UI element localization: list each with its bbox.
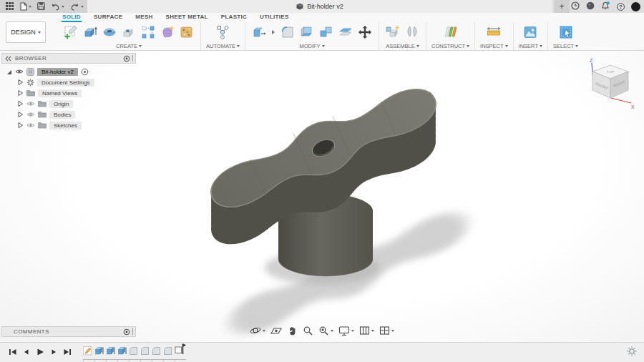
tree-item-origin[interactable]: Origin — [1, 99, 136, 109]
pan-button[interactable] — [287, 326, 298, 336]
user-avatar[interactable] — [631, 2, 640, 11]
comments-header[interactable]: COMMENTS — [1, 326, 136, 337]
new-tab-button[interactable]: + — [554, 0, 570, 13]
panel-resize-handle[interactable] — [132, 55, 133, 62]
group-label-automate[interactable]: AUTOMATE — [206, 43, 240, 49]
construct-plane-icon[interactable] — [442, 24, 459, 41]
document-tab[interactable]: Bit-holder v2 — [87, 0, 552, 13]
step-forward-button[interactable] — [49, 346, 58, 359]
feature-extrude[interactable] — [106, 346, 115, 358]
tree-item-bodies[interactable]: Bodies — [1, 109, 136, 119]
insert-canvas-icon[interactable] — [522, 24, 539, 41]
redo-button[interactable] — [70, 3, 84, 11]
play-button[interactable] — [36, 346, 44, 359]
workspace-selector[interactable]: DESIGN — [6, 21, 46, 43]
joint-icon[interactable] — [404, 24, 421, 41]
feature-extrude[interactable] — [117, 346, 127, 358]
new-component-icon[interactable] — [384, 24, 401, 41]
visibility-eye-icon[interactable] — [26, 101, 35, 107]
view-cube[interactable]: Z X TOP FRONT RIGHT — [584, 57, 637, 109]
notifications-bell-icon[interactable] — [601, 0, 610, 13]
tab-surface[interactable]: SURFACE — [93, 13, 123, 22]
create-sketch-icon[interactable] — [62, 24, 79, 41]
create-form-icon[interactable] — [159, 24, 176, 41]
group-label-assemble[interactable]: ASSEMBLE — [386, 43, 419, 49]
collapsed-arrow-icon[interactable] — [17, 100, 24, 107]
tree-label-bodies[interactable]: Bodies — [49, 111, 75, 119]
zoom-button[interactable] — [303, 326, 313, 336]
tree-label-origin[interactable]: Origin — [49, 100, 73, 108]
go-to-start-button[interactable] — [9, 346, 17, 359]
revolve-icon[interactable] — [101, 24, 118, 41]
fit-button[interactable] — [318, 326, 333, 336]
tab-solid[interactable]: SOLID — [62, 13, 82, 22]
tree-label-document-settings[interactable]: Document Settings — [37, 79, 94, 87]
move-copy-icon[interactable] — [356, 24, 374, 41]
feature-fillet[interactable] — [129, 346, 138, 358]
automate-icon[interactable] — [214, 24, 231, 41]
tree-label-document[interactable]: Bit-holder v2 — [37, 68, 78, 76]
visibility-eye-icon[interactable] — [26, 122, 35, 128]
group-label-create[interactable]: CREATE — [116, 43, 142, 49]
feature-sketch[interactable] — [83, 346, 92, 358]
combine-icon[interactable] — [318, 24, 335, 41]
file-menu-button[interactable] — [19, 2, 31, 11]
tree-label-sketches[interactable]: Sketches — [49, 122, 82, 129]
look-at-button[interactable] — [270, 326, 282, 336]
go-to-end-button[interactable] — [63, 346, 72, 359]
tree-item-sketches[interactable]: Sketches — [1, 120, 136, 130]
timeline-settings-gear-icon[interactable] — [627, 346, 637, 359]
collapsed-arrow-icon[interactable] — [17, 89, 24, 97]
job-status-icon[interactable] — [571, 0, 580, 13]
tab-mesh[interactable]: MESH — [135, 13, 153, 22]
tree-item-document-settings[interactable]: Document Settings — [1, 77, 136, 87]
collapsed-arrow-icon[interactable] — [17, 79, 24, 86]
timeline-end-marker[interactable] — [175, 343, 186, 358]
viewports-button[interactable] — [379, 326, 394, 336]
extensions-icon[interactable] — [586, 0, 595, 13]
feature-fillet[interactable] — [152, 346, 161, 358]
group-label-construct[interactable]: CONSTRUCT — [431, 43, 469, 49]
collapsed-arrow-icon[interactable] — [17, 111, 24, 118]
visibility-eye-icon[interactable] — [15, 69, 24, 74]
rectangular-pattern-icon[interactable] — [140, 24, 157, 41]
timeline-ruler[interactable] — [83, 359, 186, 361]
shell-icon[interactable] — [298, 24, 316, 41]
save-button[interactable] — [37, 0, 45, 13]
press-pull-icon[interactable] — [250, 24, 268, 41]
collapsed-arrow-icon[interactable] — [17, 122, 24, 129]
app-grid-icon[interactable] — [6, 0, 14, 13]
activate-radio-icon[interactable] — [81, 68, 89, 76]
help-icon[interactable]: ? — [617, 3, 625, 11]
tab-plastic[interactable]: PLASTIC — [220, 13, 248, 22]
group-label-inspect[interactable]: INSPECT — [480, 43, 508, 49]
display-settings-button[interactable] — [338, 326, 354, 336]
viewport-canvas[interactable]: Z X TOP FRONT RIGHT BROWSER — [0, 51, 644, 342]
group-label-modify[interactable]: MODIFY — [299, 43, 324, 49]
undo-button[interactable] — [51, 3, 64, 11]
tree-label-named-views[interactable]: Named Views — [38, 89, 82, 97]
tab-sheet-metal[interactable]: SHEET METAL — [165, 13, 209, 22]
feature-fillet[interactable] — [163, 346, 172, 358]
tab-utilities[interactable]: UTILITIES — [259, 13, 289, 22]
select-icon[interactable] — [557, 24, 575, 41]
grid-snaps-button[interactable] — [359, 326, 374, 336]
extrude-icon[interactable] — [82, 24, 99, 41]
panel-dock-icon[interactable] — [123, 328, 130, 336]
group-label-insert[interactable]: INSERT — [519, 43, 542, 49]
tree-item-document[interactable]: Bit-holder v2 — [1, 67, 136, 77]
visibility-eye-icon[interactable] — [26, 112, 35, 117]
expanded-arrow-icon[interactable] — [6, 69, 12, 75]
feature-fillet[interactable] — [140, 346, 150, 358]
tree-item-named-views[interactable]: Named Views — [1, 88, 136, 98]
browser-header[interactable]: BROWSER — [1, 53, 136, 64]
fillet-icon[interactable] — [279, 24, 296, 41]
panel-resize-handle[interactable] — [132, 328, 133, 335]
offset-face-icon[interactable] — [337, 24, 354, 41]
step-back-button[interactable] — [22, 346, 31, 359]
hole-icon[interactable] — [120, 24, 137, 41]
collapse-panel-icon[interactable] — [5, 56, 11, 62]
lattice-icon[interactable] — [178, 24, 195, 41]
measure-icon[interactable] — [485, 24, 502, 41]
press-pull-flyout-caret[interactable] — [270, 24, 277, 41]
